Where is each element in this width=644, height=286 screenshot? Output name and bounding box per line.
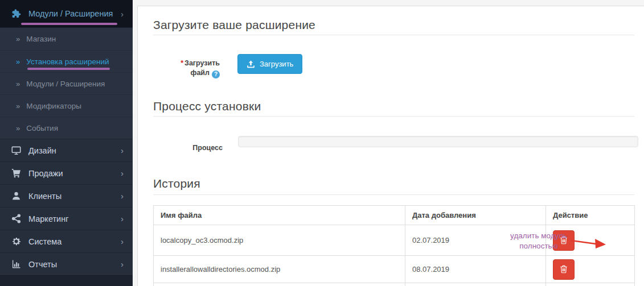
chevron-right-icon: ›: [121, 237, 124, 246]
delete-button[interactable]: [553, 259, 575, 280]
sidebar-subitem-events[interactable]: » События: [0, 117, 133, 139]
double-chevron-icon: »: [16, 80, 20, 88]
trash-icon: [560, 265, 568, 273]
sidebar-subitem-modifications[interactable]: » Модификаторы: [0, 94, 133, 117]
sidebar-item-label: Система: [28, 237, 61, 246]
upload-file-label: *Загрузить файл?: [153, 59, 220, 78]
sidebar-submenu: » Магазин » Установка расширений » Модул…: [0, 27, 133, 139]
date-cell: 08.07.2019: [405, 256, 546, 283]
puzzle-icon: [11, 9, 21, 19]
chevron-right-icon: ›: [121, 9, 124, 19]
sidebar-item-label: Продажи: [28, 169, 63, 178]
subitem-label: Магазин: [26, 35, 56, 43]
subitem-label: Модули / Расширения: [26, 80, 105, 88]
share-icon: [11, 214, 21, 223]
progress-label: Процесс: [153, 143, 223, 153]
upload-section-title: Загрузите ваше расширение: [153, 18, 315, 32]
sidebar-item-customers[interactable]: Клиенты ›: [0, 184, 133, 207]
divider: [153, 194, 634, 195]
cart-icon: [11, 168, 21, 178]
sidebar-item-design[interactable]: Дизайн ›: [0, 139, 133, 161]
sidebar-item-system[interactable]: Система ›: [0, 230, 133, 252]
required-asterisk: *: [181, 59, 183, 67]
sidebar-item-marketing[interactable]: Маркетинг ›: [0, 207, 133, 230]
chevron-right-icon: ›: [121, 259, 124, 269]
chevron-right-icon: ›: [121, 168, 124, 178]
sidebar-main-nav: Дизайн › Продажи › Клиенты ›: [0, 139, 133, 275]
sidebar-subitem-store[interactable]: » Магазин: [0, 28, 133, 50]
subitem-label: События: [26, 124, 58, 132]
progress-bar: [238, 136, 638, 147]
table-row-clipped: [154, 283, 635, 286]
annotation-underline-parent: [21, 23, 117, 25]
user-icon: [11, 191, 21, 201]
chevron-right-icon: ›: [121, 146, 124, 155]
sidebar-item-label: Дизайн: [28, 146, 56, 155]
progress-section-title: Процесс установки: [153, 100, 261, 113]
history-section-title: История: [153, 177, 200, 190]
sidebar-item-label: Маркетинг: [28, 214, 69, 223]
sidebar-subitem-modules[interactable]: » Модули / Расширения: [0, 72, 133, 94]
double-chevron-icon: »: [16, 102, 20, 110]
sidebar-item-label: Клиенты: [28, 192, 61, 201]
monitor-icon: [11, 146, 21, 155]
help-icon[interactable]: ?: [212, 71, 220, 78]
sidebar-footer: [0, 275, 133, 286]
sidebar-item-reports[interactable]: Отчеты ›: [0, 252, 133, 275]
bar-chart-icon: [11, 259, 21, 269]
divider: [153, 35, 634, 35]
extension-installer-page: Модули / Расширения › » Магазин » Устано…: [0, 0, 644, 286]
divider: [153, 116, 634, 117]
subitem-label: Модификаторы: [26, 102, 81, 110]
column-header-action: Действие: [546, 206, 635, 225]
sidebar-item-label: Отчеты: [28, 260, 57, 269]
double-chevron-icon: »: [16, 35, 20, 43]
annotation-arrow-icon: [570, 237, 608, 250]
sidebar: Модули / Расширения › » Магазин » Устано…: [0, 0, 133, 286]
chevron-right-icon: ›: [121, 191, 124, 201]
upload-icon: [247, 60, 255, 68]
annotation-delete-note: удалить модуль полностью: [501, 231, 576, 251]
sidebar-item-label: Модули / Расширения: [28, 9, 113, 18]
chevron-right-icon: ›: [121, 214, 124, 223]
double-chevron-icon: »: [16, 124, 20, 132]
gear-icon: [11, 237, 21, 246]
annotation-underline-submenu: [27, 68, 110, 70]
filename-cell: installerallowalldirectories.ocmod.zip: [154, 256, 405, 283]
filename-cell: localcopy_oc3.ocmod.zip: [154, 225, 405, 256]
subitem-label: Установка расширений: [26, 57, 109, 66]
upload-button[interactable]: Загрузить: [237, 54, 302, 74]
table-row: installerallowalldirectories.ocmod.zip 0…: [154, 256, 635, 283]
table-header-row: Имя файла Дата добавления Действие: [154, 206, 635, 225]
column-header-filename: Имя файла: [154, 206, 405, 225]
double-chevron-icon: »: [16, 57, 20, 66]
sidebar-item-sales[interactable]: Продажи ›: [0, 161, 133, 184]
column-header-date: Дата добавления: [405, 206, 546, 225]
